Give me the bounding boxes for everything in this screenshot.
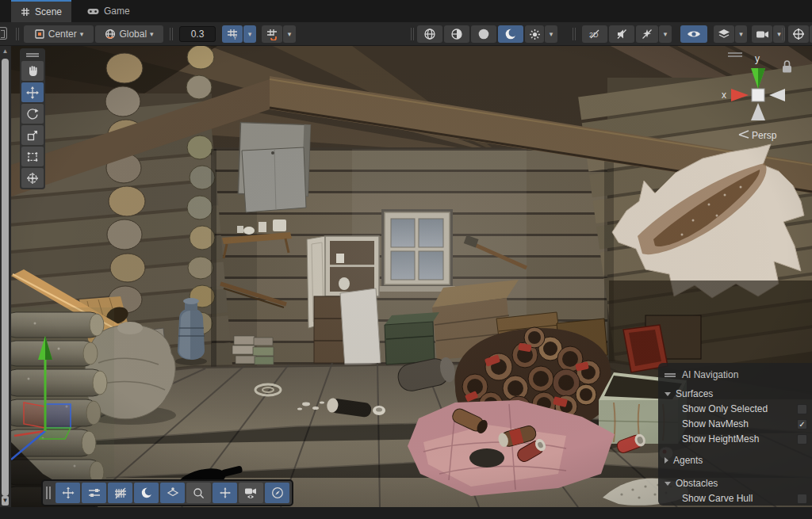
- scrollbar-thumb[interactable]: [2, 59, 9, 496]
- gizmo-visibility-toggle[interactable]: [56, 483, 80, 503]
- foldout-expanded-icon: [665, 392, 671, 396]
- show-heightmesh-checkbox[interactable]: [797, 434, 807, 445]
- svg-text:Y: Y: [233, 35, 237, 40]
- shading-wireframe-button[interactable]: [417, 25, 442, 43]
- gamepad-icon: [87, 6, 99, 16]
- projection-label[interactable]: Persp: [752, 130, 777, 141]
- measure-grid-toggle[interactable]: [108, 483, 132, 503]
- gizmo-neg-x-cone[interactable]: [769, 89, 785, 101]
- tab-scene-label: Scene: [35, 6, 62, 17]
- toolbar-separator: [782, 28, 785, 40]
- compass-button[interactable]: [265, 483, 289, 503]
- toolbar-separator: [411, 28, 414, 40]
- pivot-mode-label: Center: [48, 29, 77, 40]
- scene-grid-icon: [21, 7, 30, 17]
- shading-shaded-button[interactable]: [471, 25, 496, 43]
- camera-settings-button[interactable]: [752, 25, 772, 43]
- lock-icon[interactable]: [783, 61, 791, 73]
- gizmos-button[interactable]: [788, 25, 809, 43]
- scene-viewport[interactable]: y x Persp: [11, 46, 812, 507]
- show-only-selected-checkbox[interactable]: [797, 404, 807, 414]
- chevron-down-icon: ▾: [80, 31, 84, 38]
- gizmo-center-cube[interactable]: [752, 89, 764, 101]
- foldout-collapsed-icon: [665, 457, 668, 464]
- grid-snap-toggle[interactable]: [262, 25, 282, 43]
- 2d-mode-toggle[interactable]: 2D: [582, 25, 607, 43]
- show-heightmesh-label: Show HeightMesh: [682, 433, 792, 445]
- search-button[interactable]: [186, 483, 211, 503]
- scene-view-options-toggle[interactable]: [82, 483, 106, 503]
- light-settings-button[interactable]: [525, 25, 544, 43]
- move-tool[interactable]: [21, 82, 44, 102]
- orientation-label: Global: [119, 29, 147, 40]
- grid-visibility-toggle[interactable]: Y: [222, 25, 243, 43]
- view-options-overlay: [41, 479, 293, 506]
- left-scrollbar[interactable]: ▲ ▼: [0, 46, 10, 507]
- light-settings-dropdown[interactable]: ▾: [545, 25, 557, 43]
- camera-preview-toggle[interactable]: [239, 483, 263, 503]
- scene-visibility-toggle[interactable]: [680, 25, 707, 43]
- shading-shaded-wireframe-button[interactable]: [444, 25, 469, 43]
- foldout-agents[interactable]: Agents: [665, 453, 807, 467]
- lighting-view-toggle[interactable]: [134, 483, 159, 503]
- show-only-selected-label: Show Only Selected: [682, 403, 792, 414]
- toolbar-separator: [573, 28, 576, 40]
- pivot-mode-dropdown[interactable]: Center ▾: [24, 25, 94, 43]
- view-hand-tool[interactable]: [21, 61, 44, 81]
- rect-tool[interactable]: [21, 147, 44, 166]
- lighting-toggle[interactable]: [498, 25, 523, 43]
- chevron-down-icon: ▾: [150, 31, 154, 38]
- tab-game-label: Game: [104, 6, 130, 17]
- scale-tool[interactable]: [21, 125, 44, 145]
- unity-editor-window: Scene Game Center ▾ Global ▾: [0, 0, 812, 519]
- orientation-gizmo-overlay[interactable]: y x Persp: [707, 48, 812, 152]
- scroll-up-icon[interactable]: ▲: [0, 48, 10, 55]
- foldout-expanded-icon: [665, 482, 671, 486]
- globe-icon: [105, 29, 116, 40]
- gizmo-x-axis-cone[interactable]: [731, 89, 749, 101]
- rotate-tool[interactable]: [21, 104, 44, 124]
- orientation-dropdown[interactable]: Global ▾: [95, 25, 163, 43]
- foldout-obstacles[interactable]: Obstacles: [665, 476, 807, 490]
- view-options-handle[interactable]: [46, 487, 51, 499]
- layers-dropdown[interactable]: ▾: [735, 25, 747, 43]
- grid-snap-dropdown[interactable]: ▾: [283, 25, 296, 43]
- grid-size-input[interactable]: [179, 26, 216, 42]
- foldout-surfaces-label: Surfaces: [676, 388, 713, 399]
- prefab-context-toggle[interactable]: [160, 483, 185, 503]
- tools-overlay: [20, 48, 45, 189]
- pivot-icon: [34, 29, 45, 40]
- gizmo-neg-y-cone[interactable]: [751, 103, 765, 120]
- transform-tool[interactable]: [21, 168, 44, 188]
- effects-dropdown[interactable]: ▾: [659, 25, 672, 43]
- foldout-surfaces[interactable]: Surfaces: [665, 387, 807, 401]
- clipped-overlay-icon: [0, 27, 7, 40]
- ai-nav-handle[interactable]: [665, 373, 676, 377]
- center-view-toggle[interactable]: [213, 483, 237, 503]
- gizmo-y-label: y: [755, 53, 760, 64]
- audio-toggle[interactable]: [609, 25, 634, 43]
- ai-navigation-panel: AI Navigation Surfaces Show Only Selecte…: [658, 363, 812, 506]
- view-tabbar: Scene Game: [0, 0, 812, 22]
- ai-nav-title: AI Navigation: [682, 369, 738, 380]
- grid-visibility-dropdown[interactable]: ▾: [243, 25, 256, 43]
- effects-toggle[interactable]: [636, 25, 658, 43]
- toggle-row-show-carve-hull: Show Carve Hull: [665, 491, 807, 506]
- show-carve-hull-checkbox[interactable]: [797, 494, 807, 504]
- tab-game[interactable]: Game: [78, 0, 140, 22]
- layers-button[interactable]: [714, 25, 734, 43]
- gizmo-overlay-handle[interactable]: [728, 53, 742, 56]
- tools-overlay-handle[interactable]: [21, 50, 44, 59]
- show-carve-hull-label: Show Carve Hull: [682, 493, 792, 504]
- show-navmesh-label: Show NavMesh: [682, 418, 792, 429]
- show-navmesh-checkbox[interactable]: ✓: [797, 419, 807, 429]
- toggle-row-show-heightmesh: Show HeightMesh: [665, 432, 807, 446]
- tab-scene[interactable]: Scene: [11, 0, 71, 22]
- foldout-obstacles-label: Obstacles: [676, 478, 718, 489]
- scene-toolbar: Center ▾ Global ▾ Y ▾ ▾: [0, 22, 812, 46]
- toolbar-separator: [16, 28, 19, 40]
- toggle-row-show-navmesh: Show NavMesh ✓: [665, 417, 807, 431]
- foldout-agents-label: Agents: [673, 455, 703, 466]
- scroll-down-icon[interactable]: ▼: [2, 496, 9, 506]
- toggle-row-show-only-selected: Show Only Selected: [665, 402, 807, 416]
